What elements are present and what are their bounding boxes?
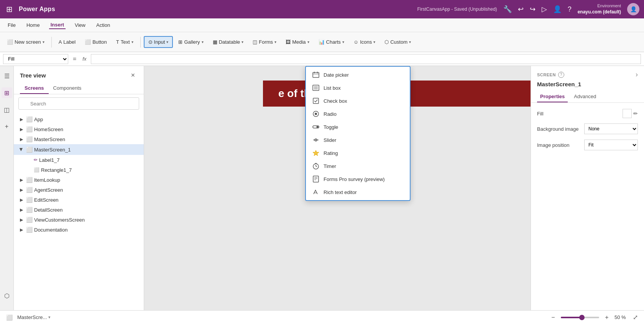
nav-expand-icon[interactable]: ☰ <box>2 71 12 81</box>
label-label: Label <box>63 39 76 45</box>
masterscreen-1-icon: ⬜ <box>26 146 33 153</box>
sidebar-tab-components[interactable]: Components <box>49 83 86 94</box>
label1-7-icon: ✏ <box>34 157 38 163</box>
new-screen-button[interactable]: ⬜ New screen ▾ <box>3 37 48 47</box>
dropdown-item-date-picker[interactable]: Date picker <box>306 68 410 81</box>
tree-item-rectangle1-7[interactable]: ▶ ⬜ Rectangle1_7 <box>14 165 144 175</box>
tree-expand-agentscreen[interactable]: ▶ <box>18 187 25 193</box>
tree-item-app[interactable]: ▶ ⬜ App <box>14 114 144 124</box>
text-button[interactable]: T Text ▾ <box>112 37 137 47</box>
tree-item-masterscreen-1[interactable]: ▶ ⬜ MasterScreen_1 ··· <box>14 144 144 155</box>
help-icon[interactable]: ? <box>568 5 572 13</box>
charts-caret: ▾ <box>342 40 344 44</box>
tree-expand-viewcustomers[interactable]: ▶ <box>18 217 25 223</box>
menu-insert[interactable]: Insert <box>49 21 66 29</box>
tree-expand-itemlookup[interactable]: ▶ <box>18 177 25 183</box>
tree-item-documentation[interactable]: ▶ ⬜ Documentation <box>14 225 144 235</box>
add-icon[interactable]: + <box>2 121 12 132</box>
sidebar-title: Tree view <box>20 72 46 79</box>
zoom-out-button[interactable]: − <box>549 313 558 322</box>
img-position-select[interactable]: Fit <box>584 140 638 150</box>
tree-expand-editscreen[interactable]: ▶ <box>18 197 25 203</box>
bg-image-select[interactable]: None <box>584 123 638 134</box>
tree-item-editscreen[interactable]: ▶ ⬜ EditScreen <box>14 195 144 205</box>
components-icon[interactable]: ⬡ <box>2 290 12 301</box>
tree-item-agentscreen[interactable]: ▶ ⬜ AgentScreen <box>14 185 144 195</box>
sidebar-close-button[interactable]: ✕ <box>128 71 138 80</box>
canvas-area[interactable]: Date picker List box Check box <box>144 66 531 324</box>
tree-expand-masterscreen-1[interactable]: ▶ <box>18 146 25 153</box>
forms-button[interactable]: ◫ Forms ▾ <box>249 37 280 47</box>
dropdown-item-check-box[interactable]: Check box <box>306 94 410 107</box>
tree-item-label1-7[interactable]: ▶ ✏ Label1_7 <box>14 155 144 165</box>
datatable-button[interactable]: ▦ Datatable ▾ <box>209 37 248 47</box>
undo-icon[interactable]: ↩ <box>518 5 524 13</box>
tree-item-homescreen[interactable]: ▶ ⬜ HomeScreen <box>14 124 144 134</box>
fullscreen-button[interactable]: ⤢ <box>633 314 638 321</box>
icons-caret: ▾ <box>373 40 375 44</box>
menu-file[interactable]: File <box>6 21 17 29</box>
fill-edit-icon[interactable]: ✏ <box>633 110 638 117</box>
dropdown-item-rating[interactable]: Rating <box>306 146 410 160</box>
dropdown-item-timer[interactable]: Timer <box>306 160 410 173</box>
dropdown-item-list-box[interactable]: List box <box>306 81 410 94</box>
menu-view[interactable]: View <box>73 21 87 29</box>
sidebar-tab-screens[interactable]: Screens <box>20 83 49 94</box>
zoom-slider-thumb[interactable] <box>579 315 585 320</box>
custom-button[interactable]: ⬡ Custom ▾ <box>381 37 415 47</box>
dropdown-item-toggle[interactable]: Toggle <box>306 120 410 133</box>
media-caret: ▾ <box>307 40 309 44</box>
top-bar-right: FirstCanvasApp - Saved (Unpublished) 🔧 ↩… <box>417 3 639 15</box>
tree-view-icon[interactable]: ⊞ <box>2 87 12 98</box>
environment-info: Environment enayu.com (default) <box>578 3 621 15</box>
zoom-slider[interactable] <box>561 317 599 318</box>
button-button[interactable]: ⬜ Button <box>81 37 111 47</box>
zoom-value-label: 50 % <box>614 314 630 320</box>
dropdown-item-rich-text[interactable]: Rich text editor <box>306 186 410 199</box>
right-tab-advanced[interactable]: Advanced <box>571 91 599 102</box>
tree-expand-app[interactable]: ▶ <box>18 116 25 122</box>
custom-label: Custom <box>390 39 407 45</box>
formula-fill-select[interactable]: Fill <box>3 54 68 64</box>
redo-icon[interactable]: ↪ <box>530 5 536 13</box>
bottom-screen-name[interactable]: MasterScre... ▾ <box>17 314 51 320</box>
gallery-button[interactable]: ⊞ Gallery ▾ <box>174 37 207 47</box>
media-label: Media <box>292 39 306 45</box>
toolbar-icon-1[interactable]: 🔧 <box>503 5 512 13</box>
menu-home[interactable]: Home <box>25 21 41 29</box>
tree-item-viewcustomersscreen[interactable]: ▶ ⬜ ViewCustomersScreen <box>14 215 144 225</box>
menu-action[interactable]: Action <box>95 21 112 29</box>
svg-point-12 <box>317 126 319 128</box>
app-title: Power Apps <box>19 6 55 13</box>
fill-color-swatch[interactable] <box>623 109 632 118</box>
charts-button[interactable]: 📊 Charts ▾ <box>315 37 348 47</box>
tree-expand-homescreen[interactable]: ▶ <box>18 126 25 132</box>
data-icon[interactable]: ◫ <box>2 104 12 115</box>
dropdown-item-radio[interactable]: Radio <box>306 107 410 120</box>
tree-item-detailscreen[interactable]: ▶ ⬜ DetailScreen <box>14 205 144 215</box>
icons-button[interactable]: ☺ Icons ▾ <box>350 37 379 47</box>
icons-label: Icons <box>360 39 372 45</box>
dropdown-item-slider[interactable]: Slider <box>306 133 410 146</box>
waffle-icon[interactable]: ⊞ <box>5 3 14 15</box>
dropdown-item-forms-pro[interactable]: Forms Pro survey (preview) <box>306 173 410 186</box>
media-icon: 🖼 <box>286 39 291 45</box>
tree-item-masterscreen[interactable]: ▶ ⬜ MasterScreen <box>14 134 144 144</box>
text-icon: T <box>116 39 119 45</box>
label-button[interactable]: A Label <box>55 37 79 47</box>
formula-input[interactable] <box>91 54 641 64</box>
search-input[interactable] <box>18 97 139 110</box>
tree-expand-documentation[interactable]: ▶ <box>18 227 25 233</box>
tree-item-itemlookup[interactable]: ▶ ⬜ ItemLookup <box>14 175 144 185</box>
play-icon[interactable]: ▷ <box>542 5 547 13</box>
zoom-in-button[interactable]: + <box>602 313 611 322</box>
right-tab-properties[interactable]: Properties <box>537 91 568 102</box>
user-icon[interactable]: 👤 <box>553 5 562 13</box>
input-button[interactable]: ⊙ Input ▾ <box>144 36 173 48</box>
media-button[interactable]: 🖼 Media ▾ <box>282 37 313 47</box>
user-avatar[interactable]: 👤 <box>627 3 639 15</box>
right-panel-help-icon[interactable]: ? <box>558 72 564 78</box>
right-panel-expand-icon[interactable]: › <box>636 71 638 79</box>
tree-expand-detailscreen[interactable]: ▶ <box>18 207 25 213</box>
tree-expand-masterscreen[interactable]: ▶ <box>18 136 25 142</box>
